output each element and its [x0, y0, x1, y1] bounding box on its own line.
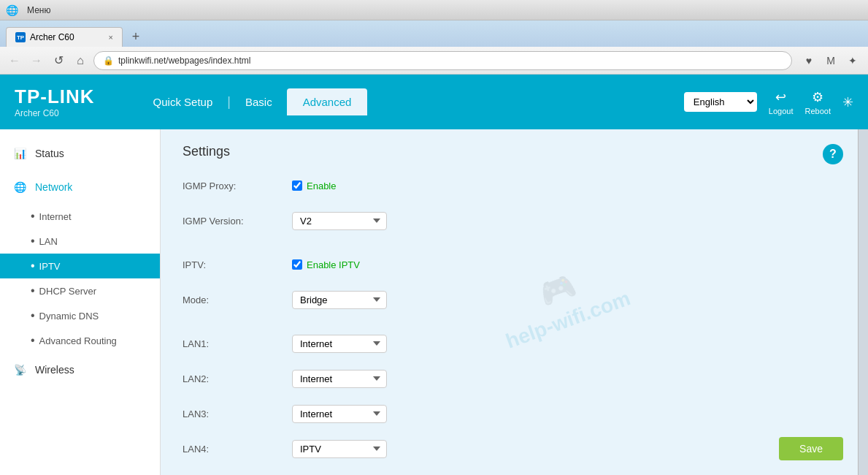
routing-label: Advanced Routing	[39, 335, 117, 346]
sidebar: 📊 Status 🌐 Network Internet LAN IPTV DHC…	[0, 129, 161, 475]
home-button[interactable]: ⌂	[72, 52, 89, 69]
igmp-proxy-checkbox-text: Enable	[307, 180, 336, 191]
lan2-label: LAN2:	[183, 373, 292, 384]
tab-favicon: TP	[15, 32, 26, 42]
url-text: tplinkwifi.net/webpages/index.html	[118, 56, 783, 66]
sidebar-subitem-internet[interactable]: Internet	[0, 204, 160, 229]
main-content: 📊 Status 🌐 Network Internet LAN IPTV DHC…	[0, 129, 868, 475]
browser-logo: 🌐	[6, 4, 18, 16]
igmp-version-label: IGMP Version:	[183, 216, 292, 227]
logo-text: TP-LINK	[15, 86, 95, 108]
browser-menu-button[interactable]: Меню	[23, 4, 55, 17]
network-icon: 🌐	[12, 179, 28, 195]
sidebar-subitem-dhcp[interactable]: DHCP Server	[0, 278, 160, 303]
refresh-button[interactable]: ↺	[50, 52, 67, 69]
forward-button[interactable]: →	[28, 52, 45, 69]
tab-title: Archer C60	[30, 32, 74, 42]
logo-model: Archer C60	[15, 108, 95, 118]
lan1-label: LAN1:	[183, 338, 292, 349]
browser-tabs: TP Archer C60 × +	[0, 20, 868, 47]
logout-icon: ↩	[775, 89, 786, 105]
mode-select[interactable]: Bridge Custom	[292, 291, 387, 309]
language-select[interactable]: English Chinese	[684, 92, 757, 112]
iptv-row: IPTV: Enable IPTV	[183, 253, 836, 276]
help-button[interactable]: ?	[823, 144, 843, 164]
nav-basic[interactable]: Basic	[231, 90, 287, 114]
tab-close-button[interactable]: ×	[109, 33, 113, 42]
iptv-control: Enable IPTV	[292, 259, 360, 270]
lan4-label: LAN4:	[183, 444, 292, 455]
igmp-proxy-checkbox-label[interactable]: Enable	[292, 180, 336, 191]
sidebar-subitem-ddns[interactable]: Dynamic DNS	[0, 303, 160, 328]
lock-icon: 🔒	[103, 56, 114, 66]
sidebar-subitem-routing[interactable]: Advanced Routing	[0, 328, 160, 353]
browser-toolbar: ← → ↺ ⌂ 🔒 tplinkwifi.net/webpages/index.…	[0, 47, 868, 75]
settings-form: IGMP Proxy: Enable IGMP Version: V2	[183, 174, 836, 460]
sidebar-item-wireless[interactable]: 📡 Wireless	[0, 353, 160, 387]
igmp-proxy-row: IGMP Proxy: Enable	[183, 174, 836, 197]
lan3-label: LAN3:	[183, 408, 292, 419]
lan1-select[interactable]: Internet IPTV Disabled	[292, 335, 387, 353]
lan4-row: LAN4: Internet IPTV Disabled	[183, 437, 836, 460]
form-divider-2	[183, 323, 836, 332]
lan3-control: Internet IPTV Disabled	[292, 405, 387, 423]
lan2-select[interactable]: Internet IPTV Disabled	[292, 370, 387, 388]
mail-button[interactable]: M	[821, 51, 840, 70]
wireless-icon: 📡	[12, 362, 28, 378]
igmp-version-control: V2 V3	[292, 212, 387, 230]
mode-row: Mode: Bridge Custom	[183, 288, 836, 311]
logout-label: Logout	[769, 107, 794, 115]
toolbar-icons: ♥ M ✦	[799, 51, 862, 70]
active-tab[interactable]: TP Archer C60 ×	[6, 27, 123, 47]
content-area: 🎮 help-wifi.com ? Settings IGMP Proxy: E…	[161, 129, 858, 475]
star-button[interactable]: ✳	[842, 94, 853, 110]
nav-advanced[interactable]: Advanced	[287, 88, 368, 115]
star-icon: ✳	[842, 94, 853, 110]
sidebar-network-label: Network	[35, 181, 72, 193]
mode-label: Mode:	[183, 294, 292, 305]
lan4-select[interactable]: Internet IPTV Disabled	[292, 440, 387, 458]
bookmark-button[interactable]: ♥	[799, 51, 818, 70]
iptv-checkbox-text: Enable IPTV	[307, 259, 360, 270]
dhcp-label: DHCP Server	[39, 286, 97, 297]
iptv-label: IPTV	[39, 261, 61, 272]
igmp-version-row: IGMP Version: V2 V3	[183, 209, 836, 232]
new-tab-button[interactable]: +	[126, 26, 146, 47]
reboot-label: Reboot	[805, 107, 831, 115]
save-button[interactable]: Save	[779, 437, 843, 460]
sidebar-subitem-iptv[interactable]: IPTV	[0, 254, 160, 278]
sidebar-item-network[interactable]: 🌐 Network	[0, 170, 160, 204]
sidebar-subitem-lan[interactable]: LAN	[0, 229, 160, 254]
igmp-proxy-checkbox[interactable]	[292, 180, 302, 191]
logout-button[interactable]: ↩ Logout	[769, 89, 794, 115]
lan-label: LAN	[39, 236, 58, 247]
address-bar[interactable]: 🔒 tplinkwifi.net/webpages/index.html	[93, 51, 792, 70]
lan3-select[interactable]: Internet IPTV Disabled	[292, 405, 387, 423]
reboot-icon: ⚙	[812, 89, 823, 105]
iptv-label: IPTV:	[183, 259, 292, 270]
lan2-row: LAN2: Internet IPTV Disabled	[183, 367, 836, 390]
reboot-button[interactable]: ⚙ Reboot	[805, 89, 831, 115]
iptv-checkbox-label[interactable]: Enable IPTV	[292, 259, 360, 270]
lan2-control: Internet IPTV Disabled	[292, 370, 387, 388]
nav-links: Quick Setup | Basic Advanced	[139, 88, 684, 115]
lan1-control: Internet IPTV Disabled	[292, 335, 387, 353]
internet-label: Internet	[39, 211, 72, 222]
sidebar-item-status[interactable]: 📊 Status	[0, 137, 160, 170]
mode-control: Bridge Custom	[292, 291, 387, 309]
status-icon: 📊	[12, 145, 28, 162]
logo-area: TP-LINK Archer C60	[15, 86, 95, 118]
igmp-proxy-control: Enable	[292, 180, 336, 191]
nav-quick-setup[interactable]: Quick Setup	[139, 90, 228, 114]
settings-button[interactable]: ✦	[843, 51, 862, 70]
page-title: Settings	[183, 144, 836, 159]
iptv-checkbox[interactable]	[292, 259, 302, 270]
lan1-row: LAN1: Internet IPTV Disabled	[183, 332, 836, 355]
lan4-control: Internet IPTV Disabled	[292, 440, 387, 458]
sidebar-wireless-label: Wireless	[35, 364, 74, 376]
router-ui: TP-LINK Archer C60 Quick Setup | Basic A…	[0, 75, 868, 475]
back-button[interactable]: ←	[6, 52, 23, 69]
lan3-row: LAN3: Internet IPTV Disabled	[183, 402, 836, 425]
scrollbar[interactable]	[858, 129, 868, 475]
igmp-version-select[interactable]: V2 V3	[292, 212, 387, 230]
